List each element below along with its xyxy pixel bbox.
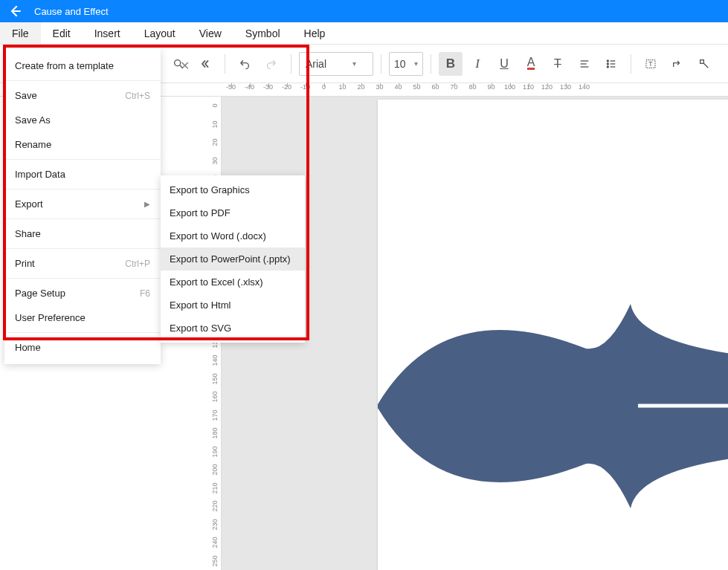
separator bbox=[4, 80, 161, 81]
ruler-tick: 190 bbox=[211, 443, 219, 461]
export-submenu: Export to Graphics Export to PDF Export … bbox=[161, 175, 305, 343]
ruler-tick: 150 bbox=[211, 370, 219, 389]
menu-item-user-preference[interactable]: User Preference bbox=[4, 305, 161, 330]
ruler-tick: -20 bbox=[277, 83, 296, 91]
menu-item-export[interactable]: Export▶ bbox=[4, 192, 161, 216]
export-powerpoint[interactable]: Export to PowerPoint (.pptx) bbox=[161, 247, 305, 271]
align-icon[interactable] bbox=[573, 52, 596, 76]
ruler-tick: -50 bbox=[222, 83, 240, 91]
export-html[interactable]: Export to Html bbox=[161, 294, 305, 317]
ruler-tick: -30 bbox=[259, 83, 277, 91]
separator bbox=[431, 54, 431, 74]
ruler-tick: 170 bbox=[211, 407, 219, 425]
bold-icon[interactable]: B bbox=[439, 52, 463, 76]
ruler-tick: 200 bbox=[211, 461, 219, 479]
shortcut-label: Ctrl+P bbox=[125, 259, 150, 269]
ruler-tick: 60 bbox=[426, 83, 445, 91]
ruler-tick: 80 bbox=[463, 83, 482, 91]
menu-item-create-template[interactable]: Create from a template bbox=[4, 54, 161, 78]
ruler-tick: 0 bbox=[211, 97, 219, 115]
ruler-tick: 250 bbox=[211, 552, 219, 571]
export-excel[interactable]: Export to Excel (.xlsx) bbox=[161, 271, 305, 294]
font-family-select[interactable]: Arial▾ bbox=[299, 52, 373, 76]
ruler-tick: -10 bbox=[296, 83, 315, 91]
ruler-tick: 140 bbox=[575, 83, 593, 91]
redo-icon[interactable] bbox=[260, 52, 283, 76]
export-pdf[interactable]: Export to PDF bbox=[161, 201, 305, 224]
menu-symbol[interactable]: Symbol bbox=[233, 22, 292, 44]
menu-edit[interactable]: Edit bbox=[41, 22, 83, 44]
menu-bar: File Edit Insert Layout View Symbol Help bbox=[0, 22, 728, 45]
svg-line-14 bbox=[703, 63, 708, 68]
ruler-tick: 160 bbox=[211, 388, 219, 407]
ruler-tick: 130 bbox=[556, 83, 575, 91]
separator bbox=[225, 54, 225, 74]
ruler-tick: 70 bbox=[445, 83, 463, 91]
menu-item-share[interactable]: Share bbox=[4, 221, 161, 246]
ruler-tick: 240 bbox=[211, 534, 219, 552]
separator bbox=[631, 54, 631, 74]
menu-item-print[interactable]: PrintCtrl+P bbox=[4, 251, 161, 276]
title-bar: Cause and Effect bbox=[0, 0, 728, 22]
separator bbox=[4, 218, 161, 219]
diagram-page[interactable]: ADD YO Rep YOUR TITLE YOUR TITLE Text Te… bbox=[378, 100, 728, 570]
ruler-tick: 50 bbox=[408, 83, 426, 91]
svg-point-5 bbox=[607, 60, 608, 62]
strikethrough-icon[interactable]: T bbox=[546, 52, 570, 76]
ruler-tick: 140 bbox=[211, 352, 219, 370]
ruler-tick: 20 bbox=[352, 83, 370, 91]
fishbone-shape[interactable] bbox=[378, 248, 728, 570]
export-word[interactable]: Export to Word (.docx) bbox=[161, 224, 305, 247]
text-box-icon[interactable]: T bbox=[639, 52, 663, 76]
menu-file[interactable]: File bbox=[0, 22, 41, 44]
connector-icon[interactable] bbox=[666, 52, 689, 76]
separator bbox=[4, 278, 161, 279]
menu-item-home[interactable]: Home bbox=[4, 335, 161, 360]
ruler-tick: 110 bbox=[519, 83, 538, 91]
separator bbox=[4, 332, 161, 333]
menu-layout[interactable]: Layout bbox=[132, 22, 187, 44]
bullet-list-icon[interactable] bbox=[599, 52, 623, 76]
menu-view[interactable]: View bbox=[187, 22, 233, 44]
ruler-tick: 230 bbox=[211, 516, 219, 534]
italic-icon[interactable]: I bbox=[466, 52, 489, 76]
font-color-icon[interactable]: A bbox=[519, 52, 543, 76]
separator bbox=[4, 248, 161, 249]
close-tab-icon[interactable]: ✕ bbox=[171, 52, 198, 79]
ruler-tick: 90 bbox=[482, 83, 500, 91]
ruler-tick: -40 bbox=[240, 83, 259, 91]
ruler-tick: 220 bbox=[211, 497, 219, 516]
svg-text:T: T bbox=[648, 60, 653, 68]
menu-insert[interactable]: Insert bbox=[83, 22, 132, 44]
undo-icon[interactable] bbox=[233, 52, 257, 76]
chevron-right-icon: ▶ bbox=[144, 200, 150, 208]
separator bbox=[4, 189, 161, 190]
menu-item-save[interactable]: SaveCtrl+S bbox=[4, 83, 161, 108]
underline-icon[interactable]: U bbox=[492, 52, 516, 76]
separator bbox=[4, 159, 161, 160]
separator bbox=[291, 54, 291, 74]
ruler-tick: 0 bbox=[315, 83, 333, 91]
menu-item-rename[interactable]: Rename bbox=[4, 132, 161, 157]
font-size-value: 10 bbox=[394, 58, 406, 70]
export-graphics[interactable]: Export to Graphics bbox=[161, 178, 305, 201]
svg-point-7 bbox=[607, 63, 608, 65]
ruler-tick: 10 bbox=[211, 115, 219, 134]
ruler-tick: 210 bbox=[211, 479, 219, 498]
app-title: Cause and Effect bbox=[34, 6, 109, 17]
menu-help[interactable]: Help bbox=[292, 22, 338, 44]
shortcut-label: F6 bbox=[140, 288, 150, 299]
ruler-tick: 10 bbox=[333, 83, 352, 91]
menu-item-import-data[interactable]: Import Data bbox=[4, 162, 161, 187]
svg-rect-13 bbox=[700, 59, 704, 63]
app-logo-icon bbox=[7, 3, 24, 19]
line-icon[interactable] bbox=[692, 52, 716, 76]
font-size-select[interactable]: 10▾ bbox=[389, 52, 423, 76]
export-svg[interactable]: Export to SVG bbox=[161, 317, 305, 340]
ruler-tick: 20 bbox=[211, 133, 219, 152]
menu-item-save-as[interactable]: Save As bbox=[4, 108, 161, 132]
menu-item-page-setup[interactable]: Page SetupF6 bbox=[4, 281, 161, 305]
separator bbox=[381, 54, 381, 74]
ruler-tick: 180 bbox=[211, 424, 219, 443]
ruler-tick: 100 bbox=[500, 83, 519, 91]
